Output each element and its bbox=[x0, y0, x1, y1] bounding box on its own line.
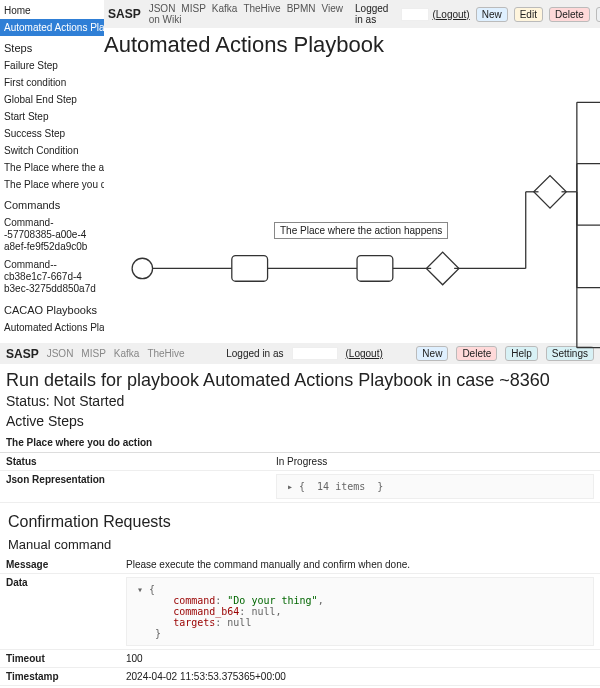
sidebar-step-3[interactable]: Start Step bbox=[0, 108, 104, 125]
sidebar-commands-heading: Commands bbox=[0, 193, 104, 214]
page-title: Automated Actions Playbook bbox=[104, 28, 600, 64]
tab-json[interactable]: JSON bbox=[149, 3, 176, 14]
sidebar-command-1[interactable]: Command--cb38e1c7-667d-4 b3ec-3275dd850a… bbox=[0, 256, 104, 298]
confirmation-heading: Confirmation Requests bbox=[0, 503, 600, 535]
logout-link[interactable]: (Logout) bbox=[432, 9, 469, 20]
sidebar-command-0[interactable]: Command--57708385-a00e-4 a8ef-fe9f52da9c… bbox=[0, 214, 104, 256]
sidebar-cacao-heading: CACAO Playbooks bbox=[0, 298, 104, 319]
login-status: Logged in as (Logout) bbox=[355, 3, 470, 25]
top-tabbar: SASP JSONMISPKafkaTheHiveBPMNView on Wik… bbox=[104, 0, 600, 28]
status-label: Status bbox=[6, 456, 276, 467]
tab-bpmn[interactable]: BPMN bbox=[287, 3, 316, 14]
node-tooltip: The Place where the action happens bbox=[274, 222, 448, 239]
timeout-value: 100 bbox=[126, 653, 594, 664]
svg-rect-4 bbox=[357, 256, 393, 282]
data-json[interactable]: ▾ { command: "Do your thing", command_b6… bbox=[126, 577, 594, 646]
sidebar-step-4[interactable]: Success Step bbox=[0, 125, 104, 142]
sidebar-step-1[interactable]: First condition bbox=[0, 74, 104, 91]
sidebar-step-0[interactable]: Failure Step bbox=[0, 57, 104, 74]
lower-tab-misp[interactable]: MISP bbox=[81, 348, 105, 359]
sidebar: Home Automated Actions Playbook Steps Fa… bbox=[0, 0, 104, 336]
sidebar-step-5[interactable]: Switch Condition bbox=[0, 142, 104, 159]
lower-tab-json[interactable]: JSON bbox=[47, 348, 74, 359]
tab-thehive[interactable]: TheHive bbox=[243, 3, 280, 14]
sidebar-cacao-0[interactable]: Automated Actions Playbook bbox=[0, 319, 104, 336]
json-repr-value[interactable]: ▸ { 14 items } bbox=[276, 474, 594, 499]
sidebar-step-6[interactable]: The Place where the action ha bbox=[0, 159, 104, 176]
svg-point-0 bbox=[132, 258, 152, 278]
sidebar-step-7[interactable]: The Place where you do actio bbox=[0, 176, 104, 193]
tab-kafka[interactable]: Kafka bbox=[212, 3, 238, 14]
json-repr-label: Json Representation bbox=[6, 474, 276, 499]
sidebar-steps-heading: Steps bbox=[0, 36, 104, 57]
run-status: Status: Not Started bbox=[0, 393, 600, 413]
active-steps-heading: Active Steps bbox=[0, 413, 600, 433]
new-button[interactable]: New bbox=[476, 7, 508, 22]
edit-button[interactable]: Edit bbox=[514, 7, 543, 22]
timestamp-label: Timestamp bbox=[6, 671, 126, 682]
delete-button[interactable]: Delete bbox=[549, 7, 590, 22]
svg-rect-6 bbox=[426, 252, 459, 285]
nav-home[interactable]: Home bbox=[0, 2, 104, 19]
data-label: Data bbox=[6, 577, 126, 646]
tab-misp[interactable]: MISP bbox=[181, 3, 205, 14]
manual-command-heading: Manual command bbox=[0, 535, 600, 556]
timestamp-value: 2024-04-02 11:53:53.375365+00:00 bbox=[126, 671, 594, 682]
step-name: The Place where you do action bbox=[0, 433, 600, 453]
status-value: In Progress bbox=[276, 456, 594, 467]
brand-lower: SASP bbox=[6, 347, 39, 361]
bpmn-diagram bbox=[104, 64, 600, 358]
message-value: Please execute the command manually and … bbox=[126, 559, 594, 570]
timeout-label: Timeout bbox=[6, 653, 126, 664]
bpmn-canvas[interactable]: The Place where the action happens bbox=[104, 64, 600, 294]
nav-active-playbook[interactable]: Automated Actions Playbook bbox=[0, 19, 104, 36]
user-field bbox=[401, 8, 430, 21]
archive-button[interactable]: Archive bbox=[596, 7, 600, 22]
run-title: Run details for playbook Automated Actio… bbox=[0, 364, 600, 393]
message-label: Message bbox=[6, 559, 126, 570]
svg-rect-2 bbox=[232, 256, 268, 282]
brand: SASP bbox=[108, 7, 141, 21]
sidebar-step-2[interactable]: Global End Step bbox=[0, 91, 104, 108]
svg-rect-10 bbox=[534, 176, 567, 209]
